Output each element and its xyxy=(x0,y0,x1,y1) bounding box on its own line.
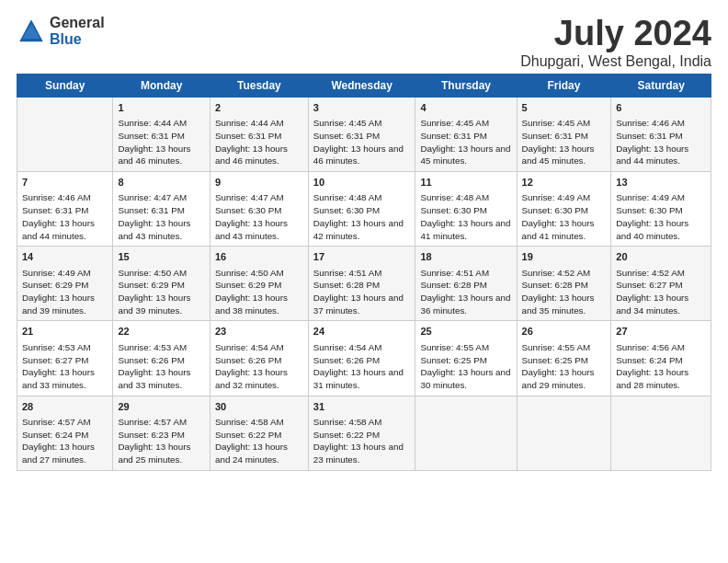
cell-w1-d5: 12Sunrise: 4:49 AMSunset: 6:30 PMDayligh… xyxy=(517,172,611,247)
col-sunday: Sunday xyxy=(17,74,113,97)
sunset-text: Sunset: 6:28 PM xyxy=(420,280,486,290)
col-tuesday: Tuesday xyxy=(210,74,308,97)
week-row-2: 7Sunrise: 4:46 AMSunset: 6:31 PMDaylight… xyxy=(17,172,711,247)
date-number: 14 xyxy=(22,250,108,264)
daylight-text: Daylight: 13 hours and 44 minutes. xyxy=(616,144,688,167)
sunset-text: Sunset: 6:22 PM xyxy=(313,430,380,440)
sunset-text: Sunset: 6:30 PM xyxy=(616,205,682,215)
daylight-text: Daylight: 13 hours and 41 minutes. xyxy=(522,218,595,241)
week-row-5: 28Sunrise: 4:57 AMSunset: 6:24 PMDayligh… xyxy=(17,396,711,470)
date-number: 5 xyxy=(522,101,607,115)
cell-w2-d2: 16Sunrise: 4:50 AMSunset: 6:29 PMDayligh… xyxy=(210,247,308,321)
cell-w4-d1: 29Sunrise: 4:57 AMSunset: 6:23 PMDayligh… xyxy=(113,396,210,470)
cell-w2-d1: 15Sunrise: 4:50 AMSunset: 6:29 PMDayligh… xyxy=(113,247,210,321)
sunrise-text: Sunrise: 4:54 AM xyxy=(215,342,284,352)
cell-w0-d1: 1Sunrise: 4:44 AMSunset: 6:31 PMDaylight… xyxy=(113,97,210,171)
date-number: 12 xyxy=(522,176,607,190)
sunrise-text: Sunrise: 4:48 AM xyxy=(313,192,382,202)
sunset-text: Sunset: 6:31 PM xyxy=(313,131,380,141)
sunset-text: Sunset: 6:28 PM xyxy=(313,280,380,290)
logo-blue: Blue xyxy=(50,31,105,48)
daylight-text: Daylight: 13 hours and 39 minutes. xyxy=(22,293,95,316)
sunset-text: Sunset: 6:26 PM xyxy=(215,355,281,365)
cell-w1-d0: 7Sunrise: 4:46 AMSunset: 6:31 PMDaylight… xyxy=(17,172,113,247)
date-number: 4 xyxy=(420,101,511,115)
cell-w2-d4: 18Sunrise: 4:51 AMSunset: 6:28 PMDayligh… xyxy=(415,247,517,321)
cell-w0-d4: 4Sunrise: 4:45 AMSunset: 6:31 PMDaylight… xyxy=(415,97,517,171)
cell-w3-d6: 27Sunrise: 4:56 AMSunset: 6:24 PMDayligh… xyxy=(611,321,711,396)
sunrise-text: Sunrise: 4:44 AM xyxy=(215,118,284,128)
daylight-text: Daylight: 13 hours and 46 minutes. xyxy=(215,144,288,167)
daylight-text: Daylight: 13 hours and 40 minutes. xyxy=(616,218,688,241)
daylight-text: Daylight: 13 hours and 36 minutes. xyxy=(420,293,510,316)
sunset-text: Sunset: 6:29 PM xyxy=(118,280,184,290)
sunrise-text: Sunrise: 4:49 AM xyxy=(616,192,685,202)
logo-icon xyxy=(17,17,46,46)
sunrise-text: Sunrise: 4:51 AM xyxy=(420,268,489,278)
cell-w3-d4: 25Sunrise: 4:55 AMSunset: 6:25 PMDayligh… xyxy=(415,321,517,396)
date-number: 1 xyxy=(118,101,205,115)
cell-w4-d3: 31Sunrise: 4:58 AMSunset: 6:22 PMDayligh… xyxy=(308,396,415,470)
sunset-text: Sunset: 6:29 PM xyxy=(22,280,88,290)
daylight-text: Daylight: 13 hours and 29 minutes. xyxy=(522,367,595,390)
sunrise-text: Sunrise: 4:48 AM xyxy=(420,192,489,202)
sunset-text: Sunset: 6:27 PM xyxy=(22,355,88,365)
sunrise-text: Sunrise: 4:47 AM xyxy=(215,192,284,202)
sunset-text: Sunset: 6:27 PM xyxy=(616,280,682,290)
daylight-text: Daylight: 13 hours and 38 minutes. xyxy=(215,293,288,316)
col-wednesday: Wednesday xyxy=(308,74,415,97)
daylight-text: Daylight: 13 hours and 45 minutes. xyxy=(522,144,595,167)
date-number: 29 xyxy=(118,400,205,414)
sunset-text: Sunset: 6:26 PM xyxy=(313,355,380,365)
col-thursday: Thursday xyxy=(415,74,517,97)
cell-w0-d5: 5Sunrise: 4:45 AMSunset: 6:31 PMDaylight… xyxy=(517,97,611,171)
sunrise-text: Sunrise: 4:57 AM xyxy=(118,417,187,427)
date-number: 26 xyxy=(522,325,607,339)
daylight-text: Daylight: 13 hours and 46 minutes. xyxy=(313,144,404,167)
daylight-text: Daylight: 13 hours and 32 minutes. xyxy=(215,367,288,390)
sunrise-text: Sunrise: 4:54 AM xyxy=(313,342,382,352)
cell-w2-d0: 14Sunrise: 4:49 AMSunset: 6:29 PMDayligh… xyxy=(17,247,113,321)
col-saturday: Saturday xyxy=(611,74,711,97)
daylight-text: Daylight: 13 hours and 23 minutes. xyxy=(313,442,404,465)
sunrise-text: Sunrise: 4:50 AM xyxy=(118,268,187,278)
date-number: 16 xyxy=(215,250,303,264)
date-number: 7 xyxy=(22,176,108,190)
cell-w1-d2: 9Sunrise: 4:47 AMSunset: 6:30 PMDaylight… xyxy=(210,172,308,247)
date-number: 8 xyxy=(118,176,205,190)
date-number: 15 xyxy=(118,250,205,264)
daylight-text: Daylight: 13 hours and 31 minutes. xyxy=(313,367,404,390)
daylight-text: Daylight: 13 hours and 39 minutes. xyxy=(118,293,190,316)
cell-w1-d6: 13Sunrise: 4:49 AMSunset: 6:30 PMDayligh… xyxy=(611,172,711,247)
daylight-text: Daylight: 13 hours and 43 minutes. xyxy=(118,218,190,241)
sunset-text: Sunset: 6:22 PM xyxy=(215,430,281,440)
date-number: 9 xyxy=(215,176,303,190)
sunrise-text: Sunrise: 4:49 AM xyxy=(522,192,591,202)
sunset-text: Sunset: 6:25 PM xyxy=(522,355,588,365)
sunrise-text: Sunrise: 4:45 AM xyxy=(420,118,489,128)
logo: General Blue xyxy=(17,15,105,47)
date-number: 30 xyxy=(215,400,303,414)
page: General Blue July 2024 Dhupgari, West Be… xyxy=(0,0,728,482)
date-number: 2 xyxy=(215,101,303,115)
cell-w2-d6: 20Sunrise: 4:52 AMSunset: 6:27 PMDayligh… xyxy=(611,247,711,321)
calendar-table: Sunday Monday Tuesday Wednesday Thursday… xyxy=(17,74,711,471)
date-number: 24 xyxy=(313,325,411,339)
sunrise-text: Sunrise: 4:53 AM xyxy=(22,342,91,352)
date-number: 6 xyxy=(616,101,706,115)
sunset-text: Sunset: 6:24 PM xyxy=(616,355,682,365)
cell-w0-d0 xyxy=(17,97,113,171)
sunrise-text: Sunrise: 4:46 AM xyxy=(616,118,685,128)
daylight-text: Daylight: 13 hours and 24 minutes. xyxy=(215,442,288,465)
sunset-text: Sunset: 6:23 PM xyxy=(118,430,184,440)
cell-w0-d6: 6Sunrise: 4:46 AMSunset: 6:31 PMDaylight… xyxy=(611,97,711,171)
cell-w4-d4 xyxy=(415,396,517,470)
sunset-text: Sunset: 6:26 PM xyxy=(118,355,184,365)
sunrise-text: Sunrise: 4:50 AM xyxy=(215,268,284,278)
sunset-text: Sunset: 6:30 PM xyxy=(522,205,588,215)
cell-w4-d0: 28Sunrise: 4:57 AMSunset: 6:24 PMDayligh… xyxy=(17,396,113,470)
cell-w3-d0: 21Sunrise: 4:53 AMSunset: 6:27 PMDayligh… xyxy=(17,321,113,396)
date-number: 25 xyxy=(420,325,511,339)
date-number: 18 xyxy=(420,250,511,264)
sunrise-text: Sunrise: 4:45 AM xyxy=(522,118,591,128)
